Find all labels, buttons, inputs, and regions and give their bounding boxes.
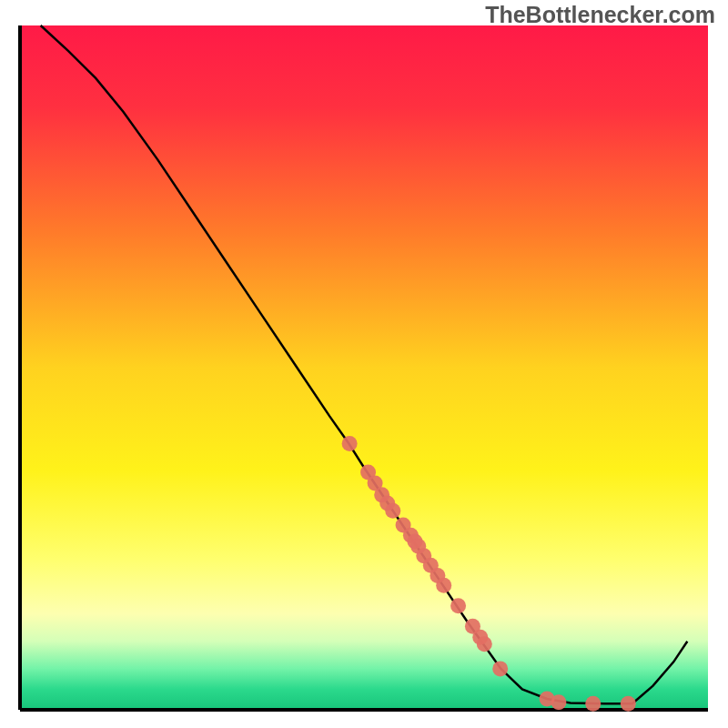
data-point: [342, 436, 358, 451]
data-point: [621, 696, 636, 712]
data-point: [436, 578, 451, 593]
watermark-text: TheBottlenecker.com: [485, 2, 715, 28]
data-point: [450, 598, 466, 613]
bottleneck-chart: [0, 0, 728, 728]
data-point: [477, 636, 492, 652]
data-point: [551, 694, 566, 710]
plot-background: [20, 25, 708, 710]
data-point: [492, 661, 508, 676]
data-point: [585, 696, 601, 712]
data-point: [385, 503, 400, 519]
